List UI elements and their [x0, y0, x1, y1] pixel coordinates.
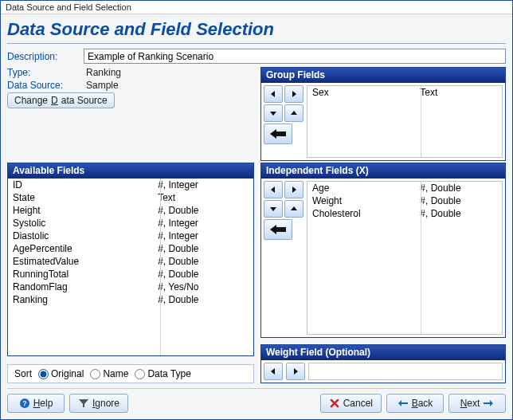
cell-name: RunningTotal [13, 268, 158, 281]
cell-type: #, Double [158, 204, 249, 217]
datasource-value: Sample [84, 80, 121, 91]
weight-field-header: Weight Field (Optional) [261, 345, 505, 360]
table-row[interactable]: ID#, Integer [8, 179, 253, 191]
cell-name: RandomFlag [13, 281, 158, 293]
back-accel: B [412, 398, 418, 409]
help-suffix: elp [40, 398, 53, 409]
independent-arrows [264, 181, 303, 335]
cell-name: Height [13, 204, 158, 217]
group-remove-all-button[interactable] [264, 124, 292, 144]
cell-type: #, Double [158, 242, 249, 255]
group-fields-table[interactable]: SexText [307, 85, 503, 158]
sort-label: Sort [14, 368, 32, 379]
group-prev-button[interactable] [264, 85, 283, 103]
cell-type: #, Double [158, 268, 249, 281]
window-title: Data Source and Field Selection [1, 1, 512, 14]
indep-down-button[interactable] [264, 200, 283, 218]
table-row[interactable]: RandomFlag#, Yes/No [8, 281, 253, 293]
available-fields-table[interactable]: ID#, IntegerStateTextHeight#, DoubleSyst… [8, 179, 253, 355]
next-suffix: ext [467, 398, 480, 409]
back-suffix: ack [418, 398, 433, 409]
independent-fields-table[interactable]: Age#, DoubleWeight#, DoubleCholesterol#,… [307, 181, 503, 335]
change-data-source-button[interactable]: Change Data Source [7, 92, 115, 108]
table-row[interactable]: Ranking#, Double [8, 293, 253, 306]
cancel-button[interactable]: Cancel [320, 394, 382, 413]
cell-name: Cholesterol [312, 207, 420, 220]
cell-type: #, Integer [158, 230, 249, 242]
table-row[interactable]: Age#, Double [307, 182, 502, 194]
change-ds-label-accel: D [51, 95, 58, 106]
svg-text:?: ? [22, 399, 27, 407]
type-label: Type: [7, 67, 79, 78]
arrow-right-icon [483, 398, 494, 409]
window: Data Source and Field Selection Data Sou… [0, 0, 513, 420]
group-up-button[interactable] [284, 104, 303, 122]
table-row[interactable]: RunningTotal#, Double [8, 268, 253, 281]
table-row[interactable]: SexText [307, 86, 502, 99]
weight-field-panel: Weight Field (Optional) [260, 344, 506, 383]
next-button[interactable]: Next [448, 394, 506, 413]
cancel-icon [329, 398, 340, 409]
type-row: Type: Ranking [7, 67, 254, 78]
group-next-button[interactable] [284, 85, 303, 103]
cell-type: #, Integer [158, 179, 249, 191]
table-row[interactable]: StateText [8, 191, 253, 204]
indep-remove-all-button[interactable] [264, 219, 292, 240]
cell-name: Ranking [13, 293, 158, 306]
sort-original-radio[interactable]: Original [38, 368, 84, 379]
indep-prev-button[interactable] [264, 181, 283, 198]
table-row[interactable]: Systolic#, Integer [8, 217, 253, 230]
cell-type: #, Double [420, 182, 497, 194]
cell-name: Diastolic [13, 230, 158, 242]
available-fields-header: Available Fields [8, 163, 253, 179]
cell-name: Age [312, 182, 420, 194]
table-row[interactable]: EstimatedValue#, Double [8, 255, 253, 268]
description-input[interactable] [84, 49, 506, 64]
indep-next-button[interactable] [284, 181, 303, 198]
cell-type: Text [158, 191, 249, 204]
ignore-suffix: gnore [95, 398, 119, 409]
description-label: Description: [7, 51, 79, 62]
cancel-label: Cancel [343, 398, 373, 409]
table-row[interactable]: Weight#, Double [307, 194, 502, 207]
independent-fields-panel: Independent Fields (X) [260, 163, 506, 338]
cell-name: ID [13, 179, 158, 191]
change-ds-label-prefix: Change [14, 95, 48, 106]
cell-name: Weight [312, 194, 420, 207]
sort-name-radio[interactable]: Name [90, 368, 128, 379]
cell-type: #, Integer [158, 217, 249, 230]
ignore-button[interactable]: Ignore [69, 394, 128, 413]
table-row[interactable]: Diastolic#, Integer [8, 230, 253, 242]
table-row[interactable]: Cholesterol#, Double [307, 207, 502, 220]
arrow-left-icon [397, 398, 409, 409]
cell-name: State [13, 191, 158, 204]
group-arrows [264, 85, 303, 158]
sort-bar: Sort Original Name Data Type [7, 364, 254, 383]
group-fields-header: Group Fields [261, 68, 505, 83]
back-button[interactable]: Back [386, 394, 444, 413]
heading-divider [7, 43, 506, 44]
description-row: Description: [7, 49, 506, 64]
cell-type: #, Double [420, 207, 497, 220]
cell-name: Systolic [13, 217, 158, 230]
cell-name: Sex [312, 86, 420, 99]
help-icon: ? [19, 398, 30, 409]
weight-prev-button[interactable] [264, 363, 283, 380]
indep-up-button[interactable] [284, 200, 303, 218]
table-row[interactable]: AgePercentile#, Double [8, 242, 253, 255]
independent-fields-header: Independent Fields (X) [261, 163, 505, 179]
cell-type: #, Double [158, 255, 249, 268]
help-button[interactable]: ? Help [7, 394, 65, 413]
cell-name: EstimatedValue [13, 255, 158, 268]
weight-field-input[interactable] [308, 363, 503, 380]
type-value: Ranking [84, 67, 123, 78]
group-fields-panel: Group Fields [260, 67, 506, 161]
group-down-button[interactable] [264, 104, 283, 122]
sort-datatype-radio[interactable]: Data Type [135, 368, 190, 379]
weight-next-button[interactable] [286, 363, 305, 380]
available-fields-panel: Available Fields ID#, IntegerStateTextHe… [7, 163, 254, 356]
filter-icon [78, 398, 89, 409]
cell-type: #, Double [158, 293, 249, 306]
datasource-row: Data Source: Sample [7, 80, 254, 91]
table-row[interactable]: Height#, Double [8, 204, 253, 217]
